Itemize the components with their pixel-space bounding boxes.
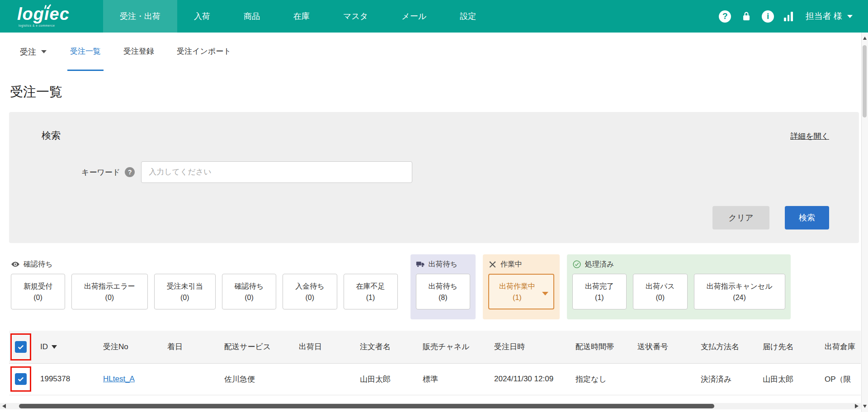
- status-group-ship-waiting: 出荷待ち 出荷待ち (8): [410, 254, 476, 319]
- status-filter-row: 確認待ち 新規受付 (0) 出荷指示エラー (0) 受注未引当 (0) 確認待ち…: [9, 254, 859, 319]
- logo-tagline: logistics & e-commerce: [19, 24, 103, 27]
- chevron-down-icon: [542, 292, 548, 295]
- top-nav-bar: logiec logistics & e-commerce 受注・出荷 入荷 商…: [0, 0, 868, 33]
- cell-delivery-service: 佐川急便: [224, 363, 299, 395]
- clear-button[interactable]: クリア: [712, 206, 769, 229]
- status-buttons: 新規受付 (0) 出荷指示エラー (0) 受注未引当 (0) 確認待ち (0) …: [11, 274, 398, 309]
- cell-order-no: HLtest_A: [103, 363, 167, 395]
- scroll-left-arrow-icon[interactable]: [2, 404, 6, 408]
- group-label-ship-waiting: 出荷待ち: [416, 259, 470, 270]
- user-account-menu[interactable]: 担当者 様: [806, 10, 853, 22]
- column-header-delivery-service: 配送サービス: [224, 331, 299, 363]
- nav-item-orders-shipping[interactable]: 受注・出荷: [103, 0, 177, 33]
- nav-item-mail[interactable]: メール: [385, 0, 443, 33]
- tab-bar: 受注 受注一覧 受注登録 受注インポート: [0, 33, 868, 71]
- cell-tracking-no: [637, 363, 701, 395]
- group-label-processed: 処理済み: [572, 259, 785, 270]
- check-icon: [17, 343, 25, 351]
- stats-bars-icon[interactable]: [784, 11, 793, 21]
- scroll-right-arrow-icon[interactable]: [855, 404, 859, 408]
- cell-id: 1995378: [40, 363, 103, 395]
- status-group-working: 作業中 出荷作業中 (1): [483, 254, 560, 319]
- cell-payment-method: 決済済み: [701, 363, 763, 395]
- cell-recipient-name: 山田太郎: [763, 363, 825, 395]
- truck-icon: [416, 260, 425, 269]
- cell-warehouse: OP（限: [825, 363, 861, 395]
- column-header-payment-method: 支払方法名: [701, 331, 763, 363]
- open-details-link[interactable]: 詳細を開く: [790, 131, 829, 141]
- column-header-order-no: 受注No: [103, 331, 167, 363]
- status-button-payment-waiting[interactable]: 入金待ち (0): [283, 274, 337, 309]
- group-label-confirm-waiting: 確認待ち: [11, 259, 398, 270]
- status-button-ship-complete[interactable]: 出荷完了 (1): [572, 274, 627, 309]
- tab-order-list[interactable]: 受注一覧: [67, 33, 104, 71]
- help-icon[interactable]: ?: [719, 10, 731, 23]
- row-checkbox[interactable]: [15, 373, 27, 385]
- cell-checkbox: [9, 363, 40, 395]
- nav-item-master[interactable]: マスタ: [326, 0, 385, 33]
- sort-descending-icon: [52, 345, 57, 349]
- page-title: 受注一覧: [10, 83, 868, 101]
- cell-order-datetime: 2024/11/30 12:09: [494, 363, 576, 395]
- main-nav: 受注・出荷 入荷 商品 在庫 マスタ メール 設定: [103, 0, 493, 33]
- column-header-id[interactable]: ID: [40, 331, 103, 363]
- tab-order-register[interactable]: 受注登録: [121, 33, 157, 71]
- lock-icon[interactable]: [741, 11, 752, 22]
- status-button-confirm-waiting[interactable]: 確認待ち (0): [222, 274, 276, 309]
- status-button-shipping-in-progress[interactable]: 出荷作業中 (1): [488, 274, 554, 309]
- info-icon[interactable]: i: [762, 10, 774, 23]
- nav-item-products[interactable]: 商品: [227, 0, 277, 33]
- status-button-ship-waiting[interactable]: 出荷待ち (8): [416, 274, 470, 309]
- check-icon: [17, 375, 25, 383]
- status-button-ship-pass[interactable]: 出荷パス (0): [633, 274, 688, 309]
- search-button[interactable]: 検索: [785, 206, 829, 229]
- column-header-recipient-name: 届け先名: [763, 331, 825, 363]
- search-panel: 検索 詳細を開く キーワード ? クリア 検索: [9, 112, 859, 243]
- search-section-title: 検索: [42, 129, 61, 142]
- column-header-checkbox: [9, 331, 40, 363]
- keyword-input[interactable]: [141, 161, 412, 183]
- status-buttons: 出荷完了 (1) 出荷パス (0) 出荷指示キャンセル (24): [572, 274, 785, 309]
- column-label-id: ID: [40, 342, 48, 351]
- status-button-unallocated[interactable]: 受注未引当 (0): [154, 274, 216, 309]
- vertical-scrollbar[interactable]: [861, 33, 868, 412]
- cell-sales-channel: 標準: [423, 363, 494, 395]
- orders-table-container: ID 受注No 着日 配送サービス 出荷日 注文者名 販売チャネル 受注日時 配…: [9, 331, 861, 395]
- horizontal-scrollbar[interactable]: [0, 403, 861, 409]
- cell-orderer-name: 山田太郎: [360, 363, 423, 395]
- nav-item-inbound[interactable]: 入荷: [177, 0, 227, 33]
- nav-item-settings[interactable]: 設定: [443, 0, 493, 33]
- vertical-scroll-thumb[interactable]: [863, 45, 867, 117]
- order-dropdown-label: 受注: [20, 47, 36, 57]
- orders-table: ID 受注No 着日 配送サービス 出荷日 注文者名 販売チャネル 受注日時 配…: [9, 331, 861, 395]
- table-header-row: ID 受注No 着日 配送サービス 出荷日 注文者名 販売チャネル 受注日時 配…: [9, 331, 861, 363]
- keyword-help-icon[interactable]: ?: [125, 167, 135, 177]
- annotation-box-row-checkbox: [10, 366, 31, 392]
- status-button-ship-error[interactable]: 出荷指示エラー (0): [71, 274, 148, 309]
- nav-item-inventory[interactable]: 在庫: [277, 0, 326, 33]
- scroll-up-arrow-icon[interactable]: [863, 37, 867, 40]
- status-button-stock-shortage[interactable]: 在庫不足 (1): [344, 274, 398, 309]
- status-button-ship-cancel[interactable]: 出荷指示キャンセル (24): [694, 274, 785, 309]
- eye-icon: [11, 260, 20, 269]
- annotation-box-header-checkbox: [10, 333, 31, 360]
- status-group-confirm-waiting: 確認待ち 新規受付 (0) 出荷指示エラー (0) 受注未引当 (0) 確認待ち…: [9, 254, 403, 319]
- top-bar-actions: ? i 担当者 様: [719, 0, 868, 33]
- logiec-logo[interactable]: logiec logistics & e-commerce: [0, 0, 103, 33]
- status-button-new[interactable]: 新規受付 (0): [11, 274, 65, 309]
- cell-ship-date: [299, 363, 360, 395]
- order-no-link[interactable]: HLtest_A: [103, 375, 135, 383]
- user-name-label: 担当者 様: [806, 10, 842, 22]
- horizontal-scroll-thumb[interactable]: [19, 404, 714, 408]
- tab-order-import[interactable]: 受注インポート: [174, 33, 234, 71]
- column-header-orderer-name: 注文者名: [360, 331, 423, 363]
- check-circle-icon: [572, 260, 581, 269]
- cell-delivery-time-slot: 指定なし: [576, 363, 637, 395]
- order-section-dropdown[interactable]: 受注: [20, 33, 47, 71]
- select-all-checkbox[interactable]: [15, 341, 27, 353]
- scroll-down-arrow-icon[interactable]: [863, 405, 867, 408]
- column-header-warehouse: 出荷倉庫: [825, 331, 861, 363]
- search-actions: クリア 検索: [712, 206, 829, 229]
- column-header-ship-date: 出荷日: [299, 331, 360, 363]
- cell-arrival-date: [167, 363, 224, 395]
